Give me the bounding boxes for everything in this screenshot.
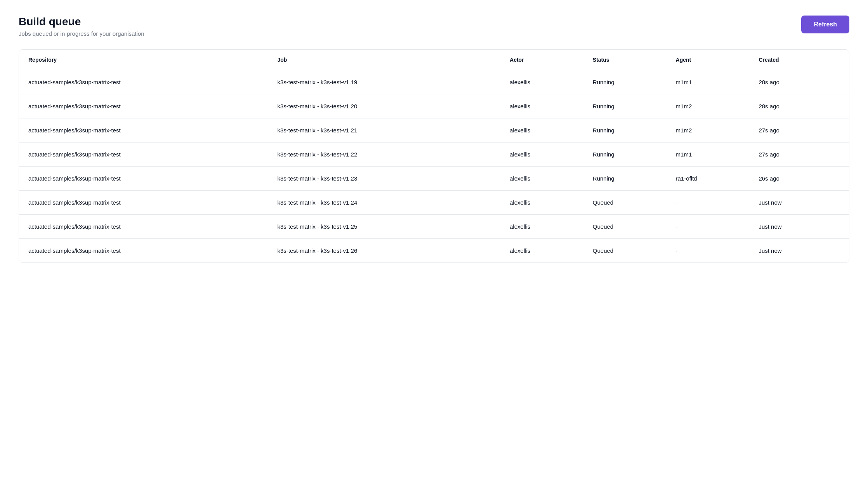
table-row: actuated-samples/k3sup-matrix-testk3s-te… [19,191,849,215]
cell-actor: alexellis [500,191,583,215]
cell-status: Running [583,143,667,167]
cell-created: Just now [749,215,849,239]
cell-agent: - [667,191,750,215]
table-row: actuated-samples/k3sup-matrix-testk3s-te… [19,167,849,191]
table-row: actuated-samples/k3sup-matrix-testk3s-te… [19,118,849,143]
cell-agent: m1m2 [667,94,750,118]
col-header-agent: Agent [667,50,750,70]
cell-agent: - [667,215,750,239]
cell-actor: alexellis [500,239,583,263]
table-header: Repository Job Actor Status Agent Create… [19,50,849,70]
cell-job: k3s-test-matrix - k3s-test-v1.26 [268,239,500,263]
page-title: Build queue [19,16,144,28]
col-header-status: Status [583,50,667,70]
cell-created: 27s ago [749,143,849,167]
cell-created: Just now [749,191,849,215]
table-row: actuated-samples/k3sup-matrix-testk3s-te… [19,215,849,239]
cell-status: Running [583,118,667,143]
col-header-job: Job [268,50,500,70]
cell-actor: alexellis [500,143,583,167]
cell-job: k3s-test-matrix - k3s-test-v1.25 [268,215,500,239]
cell-created: 27s ago [749,118,849,143]
build-queue-table-container: Repository Job Actor Status Agent Create… [19,49,849,263]
cell-repository: actuated-samples/k3sup-matrix-test [19,239,268,263]
cell-job: k3s-test-matrix - k3s-test-v1.23 [268,167,500,191]
cell-job: k3s-test-matrix - k3s-test-v1.22 [268,143,500,167]
col-header-created: Created [749,50,849,70]
cell-actor: alexellis [500,167,583,191]
cell-repository: actuated-samples/k3sup-matrix-test [19,191,268,215]
cell-actor: alexellis [500,215,583,239]
cell-agent: m1m2 [667,118,750,143]
build-queue-table: Repository Job Actor Status Agent Create… [19,50,849,262]
cell-repository: actuated-samples/k3sup-matrix-test [19,70,268,94]
table-row: actuated-samples/k3sup-matrix-testk3s-te… [19,70,849,94]
page-subtitle: Jobs queued or in-progress for your orga… [19,30,144,37]
cell-status: Running [583,70,667,94]
table-row: actuated-samples/k3sup-matrix-testk3s-te… [19,143,849,167]
cell-agent: m1m1 [667,70,750,94]
cell-status: Queued [583,215,667,239]
header-text: Build queue Jobs queued or in-progress f… [19,16,144,37]
page-header: Build queue Jobs queued or in-progress f… [19,16,849,37]
cell-agent: ra1-ofltd [667,167,750,191]
cell-actor: alexellis [500,118,583,143]
refresh-button[interactable]: Refresh [801,16,849,33]
cell-job: k3s-test-matrix - k3s-test-v1.19 [268,70,500,94]
cell-job: k3s-test-matrix - k3s-test-v1.21 [268,118,500,143]
cell-status: Queued [583,191,667,215]
table-row: actuated-samples/k3sup-matrix-testk3s-te… [19,94,849,118]
cell-created: 28s ago [749,94,849,118]
cell-repository: actuated-samples/k3sup-matrix-test [19,94,268,118]
cell-status: Running [583,94,667,118]
cell-actor: alexellis [500,70,583,94]
cell-repository: actuated-samples/k3sup-matrix-test [19,118,268,143]
cell-created: 28s ago [749,70,849,94]
col-header-repository: Repository [19,50,268,70]
col-header-actor: Actor [500,50,583,70]
cell-repository: actuated-samples/k3sup-matrix-test [19,143,268,167]
cell-created: 26s ago [749,167,849,191]
cell-job: k3s-test-matrix - k3s-test-v1.20 [268,94,500,118]
table-body: actuated-samples/k3sup-matrix-testk3s-te… [19,70,849,263]
cell-repository: actuated-samples/k3sup-matrix-test [19,167,268,191]
cell-job: k3s-test-matrix - k3s-test-v1.24 [268,191,500,215]
cell-status: Queued [583,239,667,263]
table-row: actuated-samples/k3sup-matrix-testk3s-te… [19,239,849,263]
cell-agent: m1m1 [667,143,750,167]
cell-repository: actuated-samples/k3sup-matrix-test [19,215,268,239]
table-header-row: Repository Job Actor Status Agent Create… [19,50,849,70]
cell-actor: alexellis [500,94,583,118]
cell-created: Just now [749,239,849,263]
cell-status: Running [583,167,667,191]
cell-agent: - [667,239,750,263]
